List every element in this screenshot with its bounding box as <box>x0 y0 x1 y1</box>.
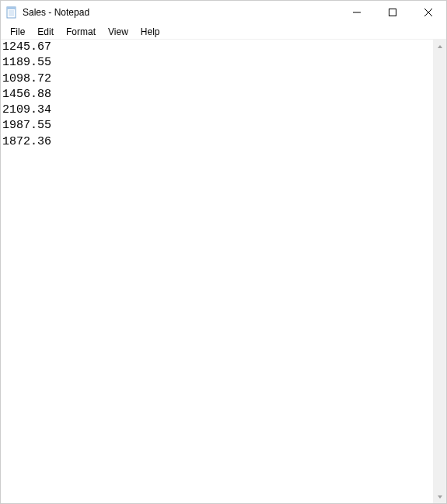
scroll-up-button[interactable] <box>433 40 446 53</box>
close-button[interactable] <box>410 1 446 24</box>
notepad-icon <box>5 6 18 19</box>
vertical-scrollbar[interactable] <box>433 40 446 503</box>
titlebar: Sales - Notepad <box>1 1 446 24</box>
menu-file[interactable]: File <box>4 25 31 39</box>
scroll-track[interactable] <box>433 53 446 490</box>
menu-format[interactable]: Format <box>60 25 102 39</box>
maximize-button[interactable] <box>375 1 410 24</box>
menu-help[interactable]: Help <box>134 25 166 39</box>
menubar: File Edit Format View Help <box>1 24 446 40</box>
content-area: 1245.67 1189.55 1098.72 1456.88 2109.34 … <box>1 40 446 503</box>
svg-rect-7 <box>389 9 396 16</box>
window-controls <box>339 1 446 24</box>
menu-view[interactable]: View <box>102 25 134 39</box>
text-editor[interactable]: 1245.67 1189.55 1098.72 1456.88 2109.34 … <box>1 40 433 503</box>
scroll-down-button[interactable] <box>433 490 446 503</box>
menu-edit[interactable]: Edit <box>31 25 60 39</box>
window-title: Sales - Notepad <box>23 7 89 18</box>
svg-rect-1 <box>7 7 16 9</box>
minimize-button[interactable] <box>339 1 375 24</box>
